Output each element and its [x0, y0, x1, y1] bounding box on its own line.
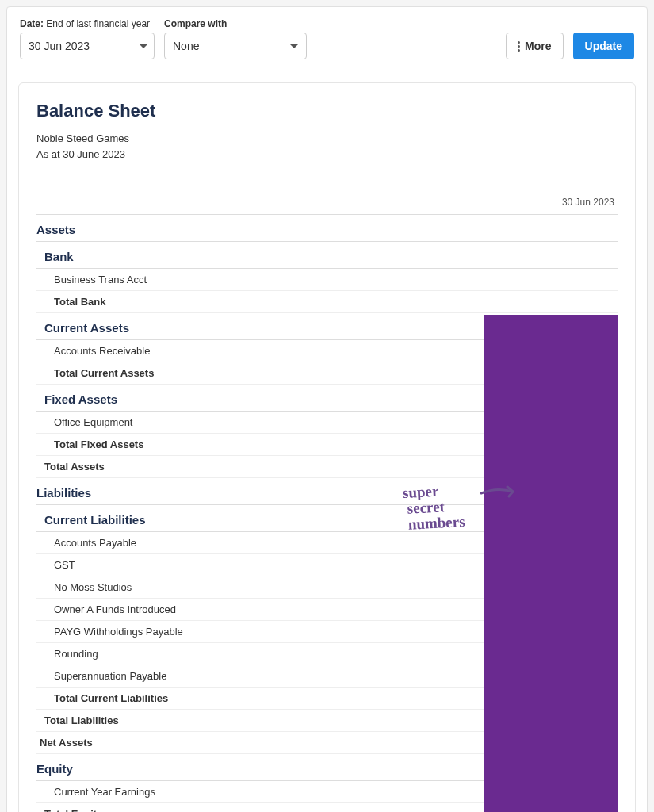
chevron-down-icon	[140, 44, 147, 48]
date-field-group: Date: End of last financial year 30 Jun …	[20, 18, 155, 59]
report-page: Date: End of last financial year 30 Jun …	[6, 6, 648, 812]
report-asat: As at 30 June 2023	[36, 147, 618, 163]
annotation-arrow-icon	[477, 484, 517, 500]
line-business-trans[interactable]: Business Trans Acct	[36, 269, 618, 291]
chevron-down-icon	[290, 44, 298, 48]
more-icon	[518, 41, 520, 52]
date-select-caret[interactable]	[132, 33, 154, 59]
toolbar: Date: End of last financial year 30 Jun …	[7, 7, 647, 71]
compare-label: Compare with	[164, 18, 307, 29]
compare-field-group: Compare with None	[164, 18, 307, 59]
report-company: Noble Steed Games	[36, 131, 618, 147]
report-wrap: Balance Sheet Noble Steed Games As at 30…	[7, 71, 647, 812]
total-bank: Total Bank	[36, 291, 618, 313]
update-button[interactable]: Update	[573, 33, 634, 59]
more-button[interactable]: More	[506, 33, 563, 59]
compare-select[interactable]: None	[164, 33, 307, 59]
section-assets: Assets	[36, 215, 618, 242]
report-card: Balance Sheet Noble Steed Games As at 30…	[18, 82, 636, 812]
column-header-date: 30 Jun 2023	[36, 190, 618, 215]
section-bank: Bank	[36, 242, 618, 269]
compare-select-value: None	[173, 40, 199, 52]
date-label: Date: End of last financial year	[20, 18, 155, 29]
date-select-value: 30 Jun 2023	[21, 33, 132, 59]
date-select[interactable]: 30 Jun 2023	[20, 33, 155, 59]
redaction-block	[484, 315, 618, 812]
annotation-text: super secret numbers	[402, 482, 465, 533]
report-title: Balance Sheet	[36, 101, 618, 121]
